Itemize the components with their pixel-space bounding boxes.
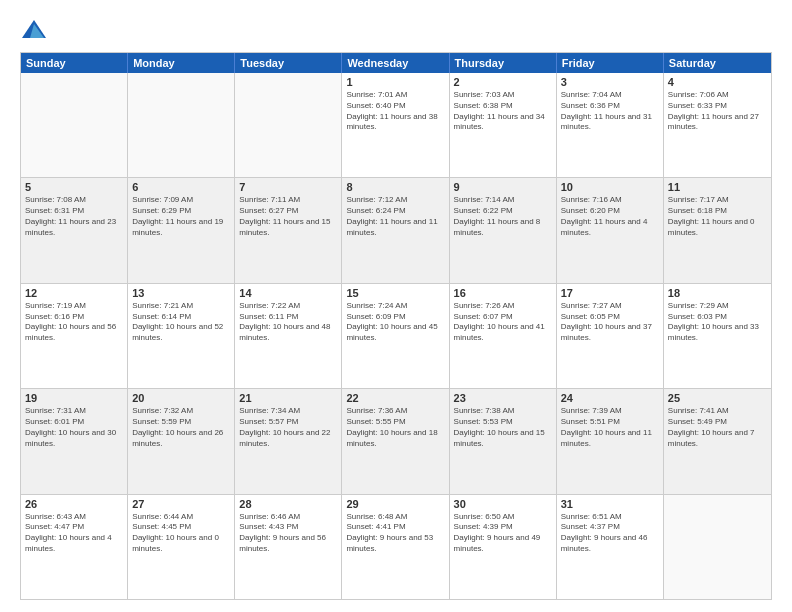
day-number: 13	[132, 287, 230, 299]
cell-info: Sunrise: 7:29 AM Sunset: 6:03 PM Dayligh…	[668, 301, 767, 344]
day-cell-20: 20Sunrise: 7:32 AM Sunset: 5:59 PM Dayli…	[128, 389, 235, 493]
weekday-header-monday: Monday	[128, 53, 235, 73]
header	[20, 16, 772, 44]
calendar-row-1: 1Sunrise: 7:01 AM Sunset: 6:40 PM Daylig…	[21, 73, 771, 177]
day-cell-13: 13Sunrise: 7:21 AM Sunset: 6:14 PM Dayli…	[128, 284, 235, 388]
weekday-header-sunday: Sunday	[21, 53, 128, 73]
day-number: 22	[346, 392, 444, 404]
day-number: 28	[239, 498, 337, 510]
cell-info: Sunrise: 7:31 AM Sunset: 6:01 PM Dayligh…	[25, 406, 123, 449]
day-cell-28: 28Sunrise: 6:46 AM Sunset: 4:43 PM Dayli…	[235, 495, 342, 599]
day-number: 11	[668, 181, 767, 193]
cell-info: Sunrise: 7:41 AM Sunset: 5:49 PM Dayligh…	[668, 406, 767, 449]
day-cell-22: 22Sunrise: 7:36 AM Sunset: 5:55 PM Dayli…	[342, 389, 449, 493]
day-number: 31	[561, 498, 659, 510]
day-cell-3: 3Sunrise: 7:04 AM Sunset: 6:36 PM Daylig…	[557, 73, 664, 177]
day-cell-24: 24Sunrise: 7:39 AM Sunset: 5:51 PM Dayli…	[557, 389, 664, 493]
day-number: 6	[132, 181, 230, 193]
cell-info: Sunrise: 7:08 AM Sunset: 6:31 PM Dayligh…	[25, 195, 123, 238]
day-number: 17	[561, 287, 659, 299]
cell-info: Sunrise: 7:24 AM Sunset: 6:09 PM Dayligh…	[346, 301, 444, 344]
day-cell-8: 8Sunrise: 7:12 AM Sunset: 6:24 PM Daylig…	[342, 178, 449, 282]
empty-cell	[235, 73, 342, 177]
cell-info: Sunrise: 7:22 AM Sunset: 6:11 PM Dayligh…	[239, 301, 337, 344]
day-cell-23: 23Sunrise: 7:38 AM Sunset: 5:53 PM Dayli…	[450, 389, 557, 493]
day-number: 25	[668, 392, 767, 404]
cell-info: Sunrise: 7:38 AM Sunset: 5:53 PM Dayligh…	[454, 406, 552, 449]
cell-info: Sunrise: 7:27 AM Sunset: 6:05 PM Dayligh…	[561, 301, 659, 344]
day-cell-18: 18Sunrise: 7:29 AM Sunset: 6:03 PM Dayli…	[664, 284, 771, 388]
empty-cell	[664, 495, 771, 599]
calendar: SundayMondayTuesdayWednesdayThursdayFrid…	[20, 52, 772, 600]
day-cell-11: 11Sunrise: 7:17 AM Sunset: 6:18 PM Dayli…	[664, 178, 771, 282]
day-number: 29	[346, 498, 444, 510]
cell-info: Sunrise: 7:39 AM Sunset: 5:51 PM Dayligh…	[561, 406, 659, 449]
weekday-header-saturday: Saturday	[664, 53, 771, 73]
day-number: 21	[239, 392, 337, 404]
day-number: 23	[454, 392, 552, 404]
day-cell-17: 17Sunrise: 7:27 AM Sunset: 6:05 PM Dayli…	[557, 284, 664, 388]
day-cell-12: 12Sunrise: 7:19 AM Sunset: 6:16 PM Dayli…	[21, 284, 128, 388]
cell-info: Sunrise: 7:03 AM Sunset: 6:38 PM Dayligh…	[454, 90, 552, 133]
day-number: 12	[25, 287, 123, 299]
day-number: 15	[346, 287, 444, 299]
day-number: 30	[454, 498, 552, 510]
day-number: 7	[239, 181, 337, 193]
cell-info: Sunrise: 7:21 AM Sunset: 6:14 PM Dayligh…	[132, 301, 230, 344]
day-cell-6: 6Sunrise: 7:09 AM Sunset: 6:29 PM Daylig…	[128, 178, 235, 282]
day-cell-4: 4Sunrise: 7:06 AM Sunset: 6:33 PM Daylig…	[664, 73, 771, 177]
day-cell-10: 10Sunrise: 7:16 AM Sunset: 6:20 PM Dayli…	[557, 178, 664, 282]
day-number: 10	[561, 181, 659, 193]
cell-info: Sunrise: 7:09 AM Sunset: 6:29 PM Dayligh…	[132, 195, 230, 238]
cell-info: Sunrise: 7:36 AM Sunset: 5:55 PM Dayligh…	[346, 406, 444, 449]
day-number: 26	[25, 498, 123, 510]
weekday-header-friday: Friday	[557, 53, 664, 73]
cell-info: Sunrise: 6:50 AM Sunset: 4:39 PM Dayligh…	[454, 512, 552, 555]
day-cell-29: 29Sunrise: 6:48 AM Sunset: 4:41 PM Dayli…	[342, 495, 449, 599]
cell-info: Sunrise: 7:01 AM Sunset: 6:40 PM Dayligh…	[346, 90, 444, 133]
day-number: 18	[668, 287, 767, 299]
day-cell-15: 15Sunrise: 7:24 AM Sunset: 6:09 PM Dayli…	[342, 284, 449, 388]
logo-icon	[20, 16, 48, 44]
day-number: 20	[132, 392, 230, 404]
day-number: 4	[668, 76, 767, 88]
calendar-row-2: 5Sunrise: 7:08 AM Sunset: 6:31 PM Daylig…	[21, 177, 771, 282]
day-number: 19	[25, 392, 123, 404]
logo	[20, 16, 52, 44]
day-cell-27: 27Sunrise: 6:44 AM Sunset: 4:45 PM Dayli…	[128, 495, 235, 599]
calendar-row-5: 26Sunrise: 6:43 AM Sunset: 4:47 PM Dayli…	[21, 494, 771, 599]
day-cell-30: 30Sunrise: 6:50 AM Sunset: 4:39 PM Dayli…	[450, 495, 557, 599]
day-number: 8	[346, 181, 444, 193]
calendar-row-4: 19Sunrise: 7:31 AM Sunset: 6:01 PM Dayli…	[21, 388, 771, 493]
cell-info: Sunrise: 7:16 AM Sunset: 6:20 PM Dayligh…	[561, 195, 659, 238]
weekday-header-tuesday: Tuesday	[235, 53, 342, 73]
day-cell-5: 5Sunrise: 7:08 AM Sunset: 6:31 PM Daylig…	[21, 178, 128, 282]
cell-info: Sunrise: 6:46 AM Sunset: 4:43 PM Dayligh…	[239, 512, 337, 555]
cell-info: Sunrise: 6:48 AM Sunset: 4:41 PM Dayligh…	[346, 512, 444, 555]
cell-info: Sunrise: 6:43 AM Sunset: 4:47 PM Dayligh…	[25, 512, 123, 555]
day-number: 2	[454, 76, 552, 88]
cell-info: Sunrise: 7:32 AM Sunset: 5:59 PM Dayligh…	[132, 406, 230, 449]
day-number: 27	[132, 498, 230, 510]
day-cell-19: 19Sunrise: 7:31 AM Sunset: 6:01 PM Dayli…	[21, 389, 128, 493]
empty-cell	[128, 73, 235, 177]
day-number: 5	[25, 181, 123, 193]
cell-info: Sunrise: 7:12 AM Sunset: 6:24 PM Dayligh…	[346, 195, 444, 238]
calendar-row-3: 12Sunrise: 7:19 AM Sunset: 6:16 PM Dayli…	[21, 283, 771, 388]
page: SundayMondayTuesdayWednesdayThursdayFrid…	[0, 0, 792, 612]
weekday-header-thursday: Thursday	[450, 53, 557, 73]
day-cell-1: 1Sunrise: 7:01 AM Sunset: 6:40 PM Daylig…	[342, 73, 449, 177]
cell-info: Sunrise: 7:11 AM Sunset: 6:27 PM Dayligh…	[239, 195, 337, 238]
day-cell-9: 9Sunrise: 7:14 AM Sunset: 6:22 PM Daylig…	[450, 178, 557, 282]
weekday-header-wednesday: Wednesday	[342, 53, 449, 73]
day-cell-31: 31Sunrise: 6:51 AM Sunset: 4:37 PM Dayli…	[557, 495, 664, 599]
day-number: 1	[346, 76, 444, 88]
calendar-body: 1Sunrise: 7:01 AM Sunset: 6:40 PM Daylig…	[21, 73, 771, 599]
cell-info: Sunrise: 7:19 AM Sunset: 6:16 PM Dayligh…	[25, 301, 123, 344]
cell-info: Sunrise: 7:34 AM Sunset: 5:57 PM Dayligh…	[239, 406, 337, 449]
cell-info: Sunrise: 7:06 AM Sunset: 6:33 PM Dayligh…	[668, 90, 767, 133]
day-number: 14	[239, 287, 337, 299]
day-number: 9	[454, 181, 552, 193]
empty-cell	[21, 73, 128, 177]
day-number: 3	[561, 76, 659, 88]
